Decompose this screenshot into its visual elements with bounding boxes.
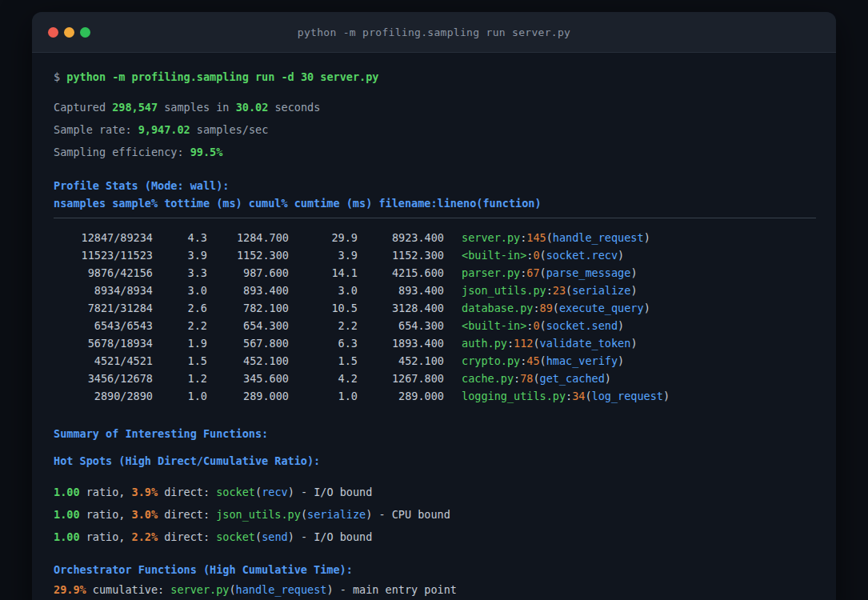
orchestrator-heading: Orchestrator Functions (High Cumulative … bbox=[54, 562, 814, 578]
table-row: 8934/89343.0893.4003.0893.400json_utils.… bbox=[54, 282, 814, 299]
table-row: 3456/126781.2345.6004.21267.800cache.py:… bbox=[54, 370, 814, 387]
duration-value: 30.02 bbox=[236, 101, 269, 114]
table-row: 5678/189341.9567.8006.31893.400auth.py:1… bbox=[54, 334, 814, 352]
table-row: 7821/312842.6782.10010.53128.400database… bbox=[54, 299, 814, 317]
title-bar: python -m profiling.sampling run server.… bbox=[32, 12, 836, 53]
function-location: logging_utils.py:34(log_request) bbox=[462, 387, 814, 405]
function-location: parser.py:67(parse_message) bbox=[462, 264, 814, 282]
function-location: cache.py:78(get_cached) bbox=[462, 370, 814, 387]
profile-stats-heading: Profile Stats (Mode: wall): bbox=[54, 178, 814, 194]
hotspot-line: 1.00 ratio, 2.2% direct: socket(send) - … bbox=[54, 529, 814, 545]
function-location: <built-in>:0(socket.send) bbox=[462, 317, 814, 334]
efficiency-line: Sampling efficiency: 99.5% bbox=[54, 144, 814, 160]
table-row: 4521/45211.5452.1001.5452.100crypto.py:4… bbox=[54, 352, 814, 370]
orchestrator-list: 29.9% cumulative: server.py(handle_reque… bbox=[54, 582, 814, 600]
function-location: <built-in>:0(socket.recv) bbox=[462, 246, 814, 264]
function-location: server.py:145(handle_request) bbox=[462, 229, 814, 246]
function-location: auth.py:112(validate_token) bbox=[462, 334, 814, 352]
sample-count: 298,547 bbox=[112, 101, 158, 114]
sample-rate-line: Sample rate: 9,947.02 samples/sec bbox=[54, 122, 814, 138]
hotspots-heading: Hot Spots (High Direct/Cumulative Ratio)… bbox=[54, 453, 814, 469]
hotspot-line: 1.00 ratio, 3.0% direct: json_utils.py(s… bbox=[54, 506, 814, 522]
orchestrator-line: 29.9% cumulative: server.py(handle_reque… bbox=[54, 582, 814, 598]
sample-rate-value: 9,947.02 bbox=[138, 123, 190, 136]
function-location: json_utils.py:23(serialize) bbox=[462, 282, 814, 299]
profile-table: 12847/892344.31284.70029.98923.400server… bbox=[54, 229, 814, 405]
efficiency-value: 99.5% bbox=[190, 146, 223, 158]
shell-prompt: $ bbox=[54, 70, 60, 83]
hotspot-list: 1.00 ratio, 3.9% direct: socket(recv) - … bbox=[54, 484, 814, 545]
table-divider bbox=[54, 218, 816, 218]
function-location: database.py:89(execute_query) bbox=[462, 299, 814, 317]
command-text: python -m profiling.sampling run -d 30 s… bbox=[66, 70, 378, 83]
summary-heading: Summary of Interesting Functions: bbox=[54, 426, 814, 442]
hotspot-line: 1.00 ratio, 3.9% direct: socket(recv) - … bbox=[54, 484, 814, 500]
table-row: 9876/421563.3987.60014.14215.600parser.p… bbox=[54, 264, 814, 282]
terminal-content: $ python -m profiling.sampling run -d 30… bbox=[32, 69, 836, 600]
captured-line: Captured 298,547 samples in 30.02 second… bbox=[54, 99, 814, 115]
function-location: crypto.py:45(hmac_verify) bbox=[462, 352, 814, 370]
table-row: 2890/28901.0289.0001.0289.000logging_uti… bbox=[54, 387, 814, 405]
table-row: 6543/65432.2654.3002.2654.300<built-in>:… bbox=[54, 317, 814, 334]
window-title: python -m profiling.sampling run server.… bbox=[32, 26, 836, 38]
terminal-window: python -m profiling.sampling run server.… bbox=[32, 12, 836, 600]
table-row: 11523/115233.91152.3003.91152.300<built-… bbox=[54, 246, 814, 264]
table-row: 12847/892344.31284.70029.98923.400server… bbox=[54, 229, 814, 246]
command-line: $ python -m profiling.sampling run -d 30… bbox=[54, 69, 814, 85]
table-column-header: nsamples sample% tottime (ms) cumul% cum… bbox=[54, 195, 814, 211]
